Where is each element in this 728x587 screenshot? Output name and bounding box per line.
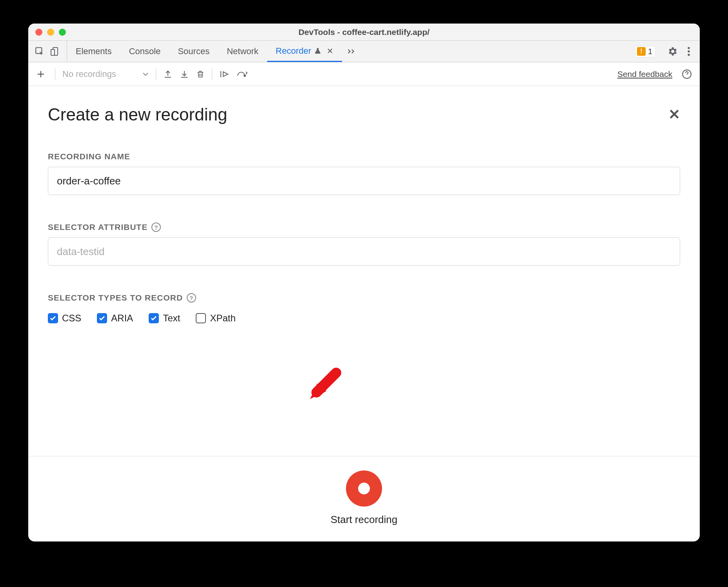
tab-console[interactable]: Console [120, 41, 169, 62]
window-title: DevTools - coffee-cart.netlify.app/ [28, 27, 700, 37]
footer: Start recording [28, 456, 700, 541]
selector-attribute-label: SELECTOR ATTRIBUTE ? [48, 222, 680, 232]
checkbox-text[interactable]: Text [149, 313, 180, 324]
svg-point-5 [688, 54, 690, 56]
divider [156, 69, 156, 80]
replay-icon[interactable] [219, 69, 229, 79]
overflow-tabs-icon[interactable] [342, 48, 362, 55]
tab-network[interactable]: Network [218, 41, 267, 62]
settings-icon[interactable] [662, 46, 682, 57]
checkbox-css[interactable]: CSS [48, 313, 81, 324]
svg-point-3 [688, 47, 690, 49]
start-recording-label: Start recording [331, 514, 398, 526]
window-controls [35, 29, 66, 36]
svg-rect-2 [51, 49, 55, 55]
import-icon[interactable] [163, 69, 173, 79]
help-icon[interactable]: ? [187, 293, 196, 303]
device-toggle-icon[interactable] [50, 46, 60, 57]
recorder-toolbar: No recordings Send feedback [28, 62, 700, 86]
checkbox-xpath[interactable]: XPath [196, 313, 235, 324]
export-icon[interactable] [180, 69, 189, 79]
divider [212, 69, 212, 80]
delete-icon[interactable] [196, 69, 205, 79]
warning-icon: ! [637, 47, 646, 56]
help-icon[interactable]: ? [151, 222, 161, 232]
help-icon[interactable] [679, 69, 694, 79]
step-icon[interactable] [237, 70, 248, 78]
devtools-tabbar: Elements Console Sources Network Recorde… [28, 41, 700, 62]
new-recording-icon[interactable] [34, 69, 48, 79]
inspect-icon[interactable] [35, 46, 45, 57]
flask-icon [314, 47, 321, 55]
warning-count: 1 [648, 47, 652, 56]
recording-name-input[interactable] [48, 167, 680, 195]
svg-point-4 [688, 50, 690, 52]
more-menu-icon[interactable] [682, 46, 695, 57]
start-recording-button[interactable] [346, 470, 382, 507]
maximize-window-button[interactable] [59, 29, 66, 36]
page-title: Create a new recording [48, 105, 227, 124]
issues-badge[interactable]: ! 1 [635, 46, 656, 57]
record-dot-icon [358, 483, 370, 494]
chevron-down-icon [142, 72, 149, 76]
recording-select[interactable]: No recordings [62, 69, 149, 79]
selector-types-label: SELECTOR TYPES TO RECORD ? [48, 293, 680, 303]
recorder-content: Create a new recording ✕ RECORDING NAME … [28, 86, 700, 456]
devtools-window: DevTools - coffee-cart.netlify.app/ Elem… [28, 24, 700, 541]
checkbox-aria[interactable]: ARIA [97, 313, 133, 324]
tab-elements[interactable]: Elements [67, 41, 120, 62]
minimize-window-button[interactable] [47, 29, 54, 36]
tab-close-icon[interactable]: ✕ [327, 46, 333, 56]
send-feedback-link[interactable]: Send feedback [617, 69, 672, 79]
divider [55, 69, 55, 80]
titlebar: DevTools - coffee-cart.netlify.app/ [28, 24, 700, 41]
close-panel-icon[interactable]: ✕ [668, 106, 680, 123]
svg-point-6 [244, 75, 246, 77]
close-window-button[interactable] [35, 29, 42, 36]
recording-name-label: RECORDING NAME [48, 152, 680, 161]
tab-recorder[interactable]: Recorder ✕ [267, 41, 342, 62]
tab-sources[interactable]: Sources [169, 41, 218, 62]
selector-attribute-input[interactable] [48, 237, 680, 266]
